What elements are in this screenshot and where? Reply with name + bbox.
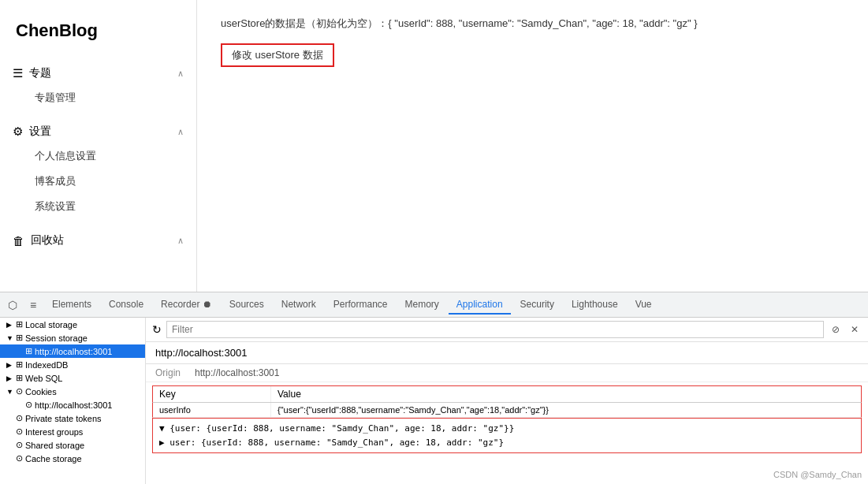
tab-sources[interactable]: Sources bbox=[222, 296, 272, 315]
origin-value: http://localhost:3001 bbox=[195, 367, 279, 378]
devtools-body: ▶ ⊞ Local storage ▼ ⊞ Session storage ⊞ … bbox=[0, 318, 868, 484]
row-key: userInfo bbox=[153, 403, 271, 417]
sidebar-section-trash-header[interactable]: 🗑 回收站 ∧ bbox=[0, 229, 196, 252]
sidebar-section-settings-header[interactable]: ⚙ 设置 ∧ bbox=[0, 120, 196, 143]
localhost-session-label: http://localhost:3001 bbox=[35, 347, 112, 356]
tree-item-indexeddb[interactable]: ▶ ⊞ IndexedDB bbox=[0, 358, 145, 371]
trash-icon: 🗑 bbox=[13, 234, 24, 248]
tree-item-local-storage[interactable]: ▶ ⊞ Local storage bbox=[0, 318, 145, 331]
origin-header: http://localhost:3001 bbox=[146, 342, 868, 364]
sidebar-item-topic-mgmt[interactable]: 专题管理 bbox=[0, 85, 196, 110]
row-value: {"user":{"userId":888,"username":"Samdy_… bbox=[271, 403, 861, 417]
session-storage-icon: ⊞ bbox=[16, 333, 23, 343]
session-storage-label: Session storage bbox=[25, 333, 88, 343]
tab-performance[interactable]: Performance bbox=[326, 296, 396, 315]
close-filter-button[interactable]: ✕ bbox=[848, 322, 862, 337]
sidebar-item-profile[interactable]: 个人信息设置 bbox=[0, 143, 196, 169]
tree-item-interest-groups[interactable]: ⊙ Interest groups bbox=[0, 425, 145, 438]
devtools-tabs-bar: ⬡ ≡ Elements Console Recorder ⏺ Sources … bbox=[0, 292, 868, 318]
tree-item-session-storage[interactable]: ▼ ⊞ Session storage bbox=[0, 331, 145, 344]
devtools-left-panel: ▶ ⊞ Local storage ▼ ⊞ Session storage ⊞ … bbox=[0, 318, 146, 484]
table-row[interactable]: userInfo {"user":{"userId":888,"username… bbox=[152, 403, 862, 418]
tab-lighthouse[interactable]: Lighthouse bbox=[564, 296, 626, 315]
trash-chevron: ∧ bbox=[177, 236, 184, 246]
websql-label: Web SQL bbox=[25, 374, 63, 383]
settings-icon: ⚙ bbox=[13, 125, 23, 139]
topics-icon: ☰ bbox=[13, 66, 23, 80]
filter-input[interactable] bbox=[166, 321, 824, 338]
sidebar-item-members[interactable]: 博客成员 bbox=[0, 169, 196, 194]
tree-item-localhost-session[interactable]: ⊞ http://localhost:3001 bbox=[0, 344, 145, 358]
filter-bar: ↻ ⊘ ✕ bbox=[146, 318, 868, 342]
origin-row: Origin http://localhost:3001 bbox=[146, 364, 868, 382]
cookies-icon: ⊙ bbox=[16, 386, 23, 397]
tab-security[interactable]: Security bbox=[512, 296, 562, 315]
tree-item-cookies[interactable]: ▼ ⊙ Cookies bbox=[0, 385, 145, 398]
devtools-inspect-icon[interactable]: ⬡ bbox=[3, 296, 22, 315]
cache-storage-label: Cache storage bbox=[25, 454, 82, 464]
tab-application[interactable]: Application bbox=[449, 296, 511, 315]
modify-store-button[interactable]: 修改 userStore 数据 bbox=[221, 43, 334, 67]
tab-memory[interactable]: Memory bbox=[397, 296, 447, 315]
interest-groups-label: Interest groups bbox=[25, 427, 83, 437]
sidebar-section-topics-header[interactable]: ☰ 专题 ∧ bbox=[0, 61, 196, 85]
indexeddb-label: IndexedDB bbox=[25, 360, 68, 370]
tree-item-localhost-cookies[interactable]: ⊙ http://localhost:3001 bbox=[0, 398, 145, 411]
arrow-indexeddb: ▶ bbox=[6, 361, 16, 369]
tab-vue[interactable]: Vue bbox=[628, 296, 660, 315]
devtools-right-panel: ↻ ⊘ ✕ http://localhost:3001 Origin http:… bbox=[146, 318, 868, 484]
expanded-line-1: ▼ {user: {userId: 888, username: "Samdy_… bbox=[159, 422, 855, 436]
topics-chevron: ∧ bbox=[177, 69, 184, 79]
sidebar-section-topics: ☰ 专题 ∧ 专题管理 bbox=[0, 57, 196, 115]
tree-item-cache-storage[interactable]: ⊙ Cache storage bbox=[0, 452, 145, 465]
cookies-label: Cookies bbox=[25, 387, 57, 397]
header-value: Value bbox=[271, 386, 861, 402]
localhost-cookies-icon: ⊙ bbox=[25, 400, 32, 410]
data-table-header: Key Value bbox=[152, 385, 862, 403]
local-storage-icon: ⊞ bbox=[16, 319, 23, 329]
sidebar: ChenBlog ☰ 专题 ∧ 专题管理 ⚙ 设置 ∧ 个人信息设置 bbox=[0, 0, 197, 292]
trash-label: 回收站 bbox=[31, 233, 64, 248]
refresh-icon[interactable]: ↻ bbox=[152, 323, 162, 336]
arrow-cookies: ▼ bbox=[6, 388, 16, 396]
arrow-local-storage: ▶ bbox=[6, 321, 16, 329]
shared-storage-label: Shared storage bbox=[25, 441, 84, 450]
tree-item-shared-storage[interactable]: ⊙ Shared storage bbox=[0, 438, 145, 452]
localhost-session-icon: ⊞ bbox=[25, 346, 32, 356]
tab-elements[interactable]: Elements bbox=[44, 296, 99, 315]
main-content: userStore的数据是（初始化为空）：{ "userId": 888, "u… bbox=[197, 0, 868, 292]
tree-item-private-state[interactable]: ⊙ Private state tokens bbox=[0, 411, 145, 425]
sidebar-item-system[interactable]: 系统设置 bbox=[0, 194, 196, 219]
tree-item-websql[interactable]: ▶ ⊞ Web SQL bbox=[0, 371, 145, 385]
expanded-line-2: ▶ user: {userId: 888, username: "Samdy_C… bbox=[159, 436, 855, 450]
indexeddb-icon: ⊞ bbox=[16, 359, 23, 370]
sidebar-section-settings: ⚙ 设置 ∧ 个人信息设置 博客成员 系统设置 bbox=[0, 115, 196, 224]
header-key: Key bbox=[153, 386, 271, 402]
blog-area: ChenBlog ☰ 专题 ∧ 专题管理 ⚙ 设置 ∧ 个人信息设置 bbox=[0, 0, 868, 292]
private-state-icon: ⊙ bbox=[16, 413, 23, 423]
cache-storage-icon: ⊙ bbox=[16, 453, 23, 464]
topics-label: 专题 bbox=[29, 66, 51, 80]
origin-label: Origin bbox=[155, 367, 195, 378]
localhost-cookies-label: http://localhost:3001 bbox=[35, 400, 112, 410]
tab-console[interactable]: Console bbox=[101, 296, 151, 315]
devtools-console-icon[interactable]: ≡ bbox=[24, 296, 43, 315]
data-table-container: Key Value userInfo {"user":{"userId":888… bbox=[152, 385, 862, 418]
clear-filter-button[interactable]: ⊘ bbox=[829, 322, 843, 337]
tab-network[interactable]: Network bbox=[274, 296, 324, 315]
local-storage-label: Local storage bbox=[25, 320, 77, 329]
devtools-panel: ⬡ ≡ Elements Console Recorder ⏺ Sources … bbox=[0, 292, 868, 484]
store-text: userStore的数据是（初始化为空）：{ "userId": 888, "u… bbox=[221, 16, 844, 32]
sidebar-section-trash: 🗑 回收站 ∧ bbox=[0, 224, 196, 257]
expanded-section: ▼ {user: {userId: 888, username: "Samdy_… bbox=[152, 418, 862, 453]
settings-label: 设置 bbox=[29, 125, 51, 139]
arrow-session-storage: ▼ bbox=[6, 334, 16, 342]
csdn-watermark: CSDN @Samdy_Chan bbox=[773, 470, 862, 479]
tab-recorder[interactable]: Recorder ⏺ bbox=[153, 296, 220, 315]
blog-title: ChenBlog bbox=[0, 8, 196, 57]
interest-groups-icon: ⊙ bbox=[16, 426, 23, 437]
websql-icon: ⊞ bbox=[16, 373, 23, 383]
settings-chevron: ∧ bbox=[177, 127, 184, 137]
private-state-label: Private state tokens bbox=[25, 414, 102, 423]
arrow-websql: ▶ bbox=[6, 374, 16, 382]
